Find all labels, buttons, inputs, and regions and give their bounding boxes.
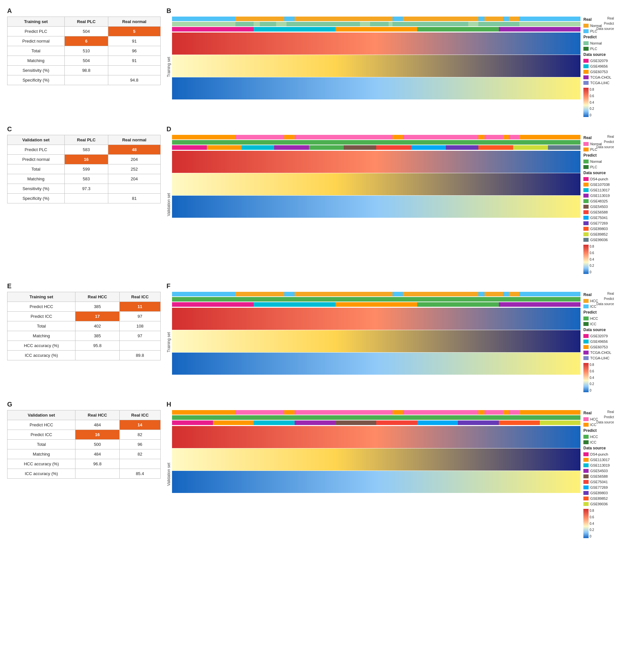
track-segment [578, 297, 580, 302]
legend-item: TCGA-LIHC [583, 356, 630, 360]
legend-item-label: GSE75041 [590, 216, 608, 220]
table-c-header-title: Validation set [7, 135, 65, 145]
heatmap-data-row: cg17769836 [172, 471, 581, 493]
legend-colorbar: 0.80.60.40.20 [583, 509, 630, 538]
panel-h-label: H [167, 401, 632, 408]
table-cell-label: Predict normal [7, 36, 65, 46]
legend-swatch [583, 205, 589, 209]
table-cell-v1: 599 [64, 164, 108, 174]
legend-item-label: DS4-punch [590, 177, 608, 181]
legend-item: Normal [583, 160, 630, 163]
track-label: Predict [604, 415, 614, 419]
colorbar-tick-label: 0.4 [590, 522, 594, 526]
legend-swatch [583, 345, 589, 349]
colorbar-tick-label: 0 [590, 113, 594, 117]
table-cell-v1: 500 [75, 440, 119, 449]
heatmap-cell [578, 151, 580, 173]
table-cell-v1: 402 [75, 321, 119, 331]
track-label: Data source [596, 27, 614, 31]
panel-d: D Validation set RealPredictData source … [165, 123, 634, 277]
legend-item: TCGA-CHOL [583, 75, 630, 79]
heatmap-data-row: cg07823562 [172, 448, 581, 470]
legend-item: GSE77269 [583, 485, 630, 490]
legend-item-label: GSE77269 [590, 221, 608, 225]
track-segment [578, 17, 580, 21]
legend-item-label: TCGA-LIHC [590, 356, 609, 360]
legend-swatch [583, 177, 589, 181]
table-cell-v1 [64, 194, 108, 204]
heatmap-data-row: cg00261162 [172, 55, 581, 77]
legend-section-title: Real [583, 292, 630, 297]
heatmap-track: Predict [172, 297, 581, 302]
table-cell-v2: 11 [119, 302, 160, 311]
heatmap-data-row: cg07823562 [172, 308, 581, 330]
legend-item-label: ICC [590, 440, 596, 444]
legend-swatch [583, 423, 589, 427]
heatmap-cell [578, 55, 580, 77]
table-cell-v2: 96 [119, 440, 160, 449]
legend-item: GSE99036 [583, 502, 630, 506]
legend-item-label: GSE113017 [590, 188, 610, 192]
legend-swatch [583, 452, 589, 456]
colorbar-tick-label: 0.2 [590, 528, 594, 532]
colorbar-tick-label: 0.8 [590, 88, 594, 91]
table-cell-v2: 82 [119, 430, 160, 440]
legend-swatch [583, 216, 589, 220]
table-cell-v1: 504 [64, 56, 108, 66]
legend-item-label: GSE113019 [590, 194, 610, 197]
track-segment [578, 420, 580, 425]
legend-item-label: PLC [590, 47, 597, 51]
table-cell-v2: 94.8 [108, 75, 160, 85]
table-cell-label: Predict PLC [7, 27, 65, 36]
colorbar-tick-label: 0.4 [590, 376, 594, 380]
panel-b-label: B [167, 7, 632, 15]
table-cell-v2: 204 [108, 174, 160, 184]
colorbar-svg [583, 363, 589, 392]
svg-rect-0 [583, 88, 589, 117]
colorbar-ticks: 0.80.60.40.20 [590, 363, 594, 392]
track-segment [578, 410, 580, 415]
table-cell-v2: 91 [108, 56, 160, 66]
panel-d-ylabel: Validation set [167, 193, 171, 216]
legend-item: GSE89803 [583, 491, 630, 495]
table-cell-v2: 81 [108, 194, 160, 204]
table-cell-v2: 91 [108, 36, 160, 46]
legend-item-label: GSE75041 [590, 480, 608, 484]
legend-item-label: TCGA-CHOL [590, 75, 611, 79]
table-cell-v1: 96.8 [75, 459, 119, 469]
legend-section-title: Data source [583, 171, 630, 175]
heatmap-track: Real [172, 135, 581, 140]
table-cell-v2 [119, 341, 160, 351]
heatmap-data-row: cg21072795 [172, 77, 581, 99]
legend-item: GSE89803 [583, 227, 630, 231]
legend-colorbar: 0.80.60.40.20 [583, 363, 630, 392]
legend-item-label: ICC [590, 304, 596, 308]
table-cell-v2: 204 [108, 155, 160, 164]
legend-item: TCGA-CHOL [583, 351, 630, 354]
svg-rect-1 [583, 245, 589, 274]
table-a-header-col2: Real normal [108, 17, 160, 27]
legend-item: DS4-punch [583, 452, 630, 456]
table-g: Validation set Real HCC Real ICC Predict… [7, 410, 161, 479]
colorbar-tick-label: 0 [590, 534, 594, 538]
panel-g-label: G [7, 401, 161, 408]
track-segment [578, 292, 580, 297]
table-c: Validation set Real PLC Real normal Pred… [7, 135, 161, 204]
panel-e-label: E [7, 283, 161, 290]
legend-section-title: Data source [583, 327, 630, 332]
legend-colorbar: 0.80.60.40.20 [583, 88, 630, 117]
table-cell-v2: 82 [119, 449, 160, 459]
legend-swatch [583, 334, 589, 338]
svg-rect-2 [583, 363, 589, 392]
legend-section-title: Real [583, 411, 630, 415]
legend-swatch [583, 299, 589, 303]
track-label: Predict [604, 297, 614, 301]
legend-section-title: Data source [583, 446, 630, 450]
table-cell-label: HCC accuracy (%) [7, 459, 75, 469]
table-e-header-title: Training set [7, 292, 75, 302]
legend-item: GSE48325 [583, 199, 630, 203]
legend-item: PLC [583, 47, 630, 51]
legend-item-label: GSE99036 [590, 502, 608, 506]
legend-item: HCC [583, 435, 630, 439]
legend-swatch [583, 417, 589, 421]
